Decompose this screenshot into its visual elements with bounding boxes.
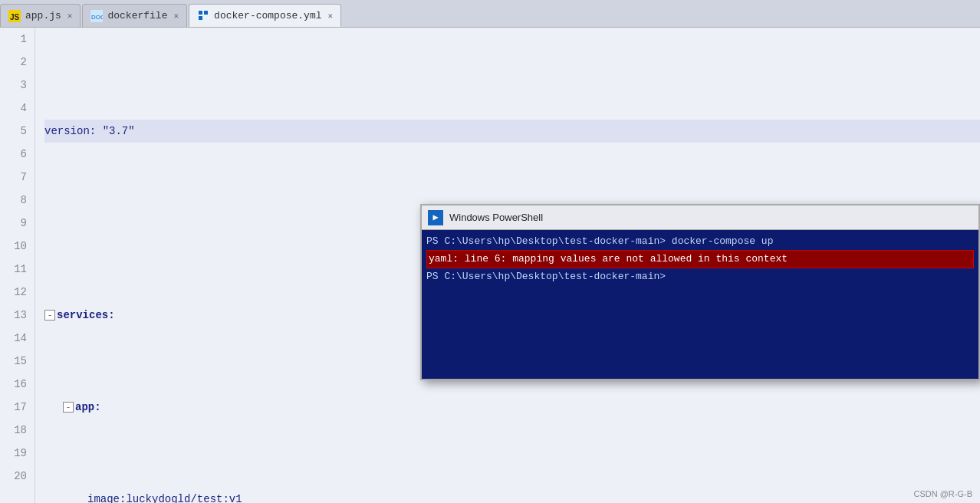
dockerfile-icon: DOC [90, 10, 103, 22]
line-num-10: 10 [6, 235, 27, 258]
line-num-17: 17 [6, 396, 27, 419]
code-line-4: -app: [44, 396, 980, 419]
line-numbers: 1 2 3 4 5 6 7 8 9 10 11 12 13 14 15 16 1… [0, 28, 35, 503]
code-text-1: version: "3.7" [44, 120, 135, 143]
svg-rect-7 [199, 16, 202, 20]
ps-line-1: PS C:\Users\hp\Desktop\test-docker-main>… [426, 233, 974, 250]
line-num-15: 15 [6, 350, 27, 373]
svg-rect-6 [204, 11, 208, 15]
line-num-12: 12 [6, 281, 27, 304]
line-num-11: 11 [6, 258, 27, 281]
js-icon: JS [8, 10, 21, 22]
code-text-4: app: [75, 396, 101, 419]
tab-close-docker-compose[interactable]: ✕ [328, 11, 334, 21]
line-num-5: 5 [6, 120, 27, 143]
svg-rect-5 [199, 11, 202, 15]
editor: 1 2 3 4 5 6 7 8 9 10 11 12 13 14 15 16 1… [0, 28, 980, 503]
code-text-3: services: [57, 304, 115, 327]
line-num-18: 18 [6, 419, 27, 442]
line-num-9: 9 [6, 212, 27, 235]
tab-app-js[interactable]: JS app.js ✕ [0, 4, 81, 27]
line-num-8: 8 [6, 189, 27, 212]
line-num-3: 3 [6, 74, 27, 97]
code-text-5: image:luckydogld/test:v1 [87, 488, 242, 503]
line-num-14: 14 [6, 327, 27, 350]
tab-docker-compose[interactable]: docker-compose.yml ✕ [189, 4, 341, 27]
line-num-20: 20 [6, 465, 27, 488]
ps-line-2: yaml: line 6: mapping values are not all… [426, 250, 974, 268]
code-line-5: image:luckydogld/test:v1 [44, 488, 980, 503]
ps-line-3: PS C:\Users\hp\Desktop\test-docker-main> [426, 268, 974, 285]
watermark: CSDN @R-G-B [913, 489, 972, 498]
tab-bar: JS app.js ✕ DOC dockerfile ✕ docker-comp… [0, 0, 980, 28]
powershell-title: Windows PowerShell [449, 212, 543, 223]
tab-label-app-js: app.js [25, 10, 61, 21]
line-num-19: 19 [6, 442, 27, 465]
fold-icon-3[interactable]: - [44, 310, 55, 321]
line-num-16: 16 [6, 373, 27, 396]
svg-text:JS: JS [10, 13, 20, 21]
svg-text:DOC: DOC [91, 14, 103, 21]
line-num-1: 1 [6, 28, 27, 51]
powershell-icon: ▶ [428, 210, 443, 225]
line-num-13: 13 [6, 304, 27, 327]
line-num-2: 2 [6, 51, 27, 74]
powershell-body[interactable]: PS C:\Users\hp\Desktop\test-docker-main>… [422, 230, 978, 379]
tab-close-dockerfile[interactable]: ✕ [173, 11, 179, 21]
tab-label-dockerfile: dockerfile [107, 10, 167, 21]
line-num-6: 6 [6, 143, 27, 166]
powershell-window[interactable]: ▶ Windows PowerShell PS C:\Users\hp\Desk… [420, 204, 980, 380]
tab-dockerfile[interactable]: DOC dockerfile ✕ [82, 4, 187, 27]
line-num-7: 7 [6, 166, 27, 189]
tab-close-app-js[interactable]: ✕ [67, 11, 73, 21]
powershell-titlebar: ▶ Windows PowerShell [422, 205, 978, 230]
line-num-4: 4 [6, 97, 27, 120]
fold-icon-4[interactable]: - [63, 402, 74, 413]
docker-compose-icon [197, 9, 209, 21]
tab-label-docker-compose: docker-compose.yml [214, 10, 321, 21]
code-line-1: version: "3.7" [44, 120, 980, 143]
